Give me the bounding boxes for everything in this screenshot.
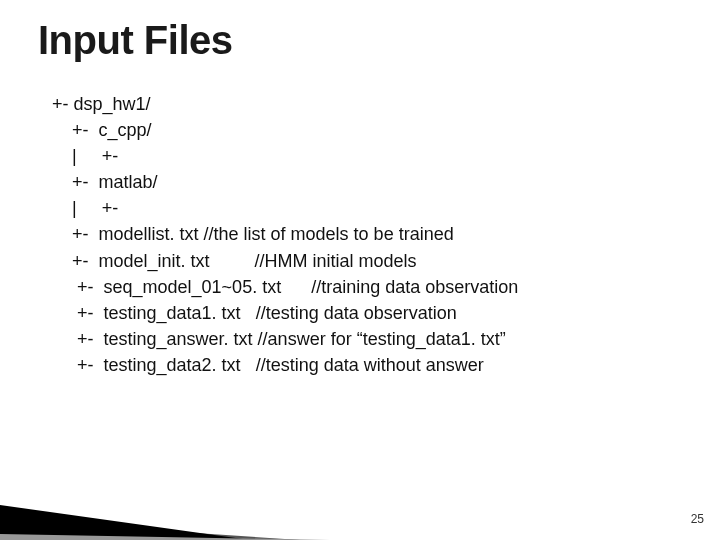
tree-line: +- seq_model_01~05. txt //training data … xyxy=(52,274,720,300)
tree-prefix: +- xyxy=(52,224,99,244)
tree-comment: //testing data without answer xyxy=(256,355,484,375)
tree-prefix: +- xyxy=(52,251,99,271)
tree-file: testing_data1. txt xyxy=(104,303,256,323)
tree-line: +- model_init. txt //HMM initial models xyxy=(52,248,720,274)
tree-prefix: +- xyxy=(52,120,99,140)
tree-file: model_init. txt xyxy=(99,251,255,271)
tree-comment: //training data observation xyxy=(311,277,518,297)
tree-prefix: +- xyxy=(52,277,104,297)
slide-title: Input Files xyxy=(0,0,720,63)
tree-file: seq_model_01~05. txt xyxy=(104,277,312,297)
tree-prefix: +- xyxy=(52,303,104,323)
tree-line: | +- xyxy=(52,195,720,221)
decorative-wedge xyxy=(0,460,340,540)
tree-line: +- c_cpp/ xyxy=(52,117,720,143)
tree-line: +- testing_data1. txt //testing data obs… xyxy=(52,300,720,326)
tree-line: +- matlab/ xyxy=(52,169,720,195)
tree-prefix: +- xyxy=(52,94,74,114)
tree-line: +- dsp_hw1/ xyxy=(52,91,720,117)
tree-file: testing_data2. txt xyxy=(104,355,256,375)
tree-file: testing_answer. txt xyxy=(104,329,258,349)
tree-comment: //testing data observation xyxy=(256,303,457,323)
svg-marker-2 xyxy=(0,534,330,540)
tree-line: +- modellist. txt //the list of models t… xyxy=(52,221,720,247)
tree-comment: //HMM initial models xyxy=(255,251,417,271)
svg-marker-0 xyxy=(0,520,300,540)
tree-file: dsp_hw1/ xyxy=(74,94,151,114)
svg-marker-1 xyxy=(0,505,250,540)
tree-comment: //the list of models to be trained xyxy=(204,224,454,244)
tree-comment: //answer for “testing_data1. txt” xyxy=(258,329,506,349)
tree-prefix: +- xyxy=(52,355,104,375)
file-tree: +- dsp_hw1/ +- c_cpp/ | +- +- matlab/ | … xyxy=(0,63,720,378)
tree-prefix: | +- xyxy=(52,198,118,218)
page-number: 25 xyxy=(691,512,704,526)
tree-file: matlab/ xyxy=(99,172,158,192)
tree-file: modellist. txt xyxy=(99,224,204,244)
tree-file: c_cpp/ xyxy=(99,120,152,140)
tree-line: | +- xyxy=(52,143,720,169)
tree-prefix: +- xyxy=(52,172,99,192)
tree-line: +- testing_data2. txt //testing data wit… xyxy=(52,352,720,378)
tree-line: +- testing_answer. txt //answer for “tes… xyxy=(52,326,720,352)
tree-prefix: +- xyxy=(52,329,104,349)
tree-prefix: | +- xyxy=(52,146,118,166)
